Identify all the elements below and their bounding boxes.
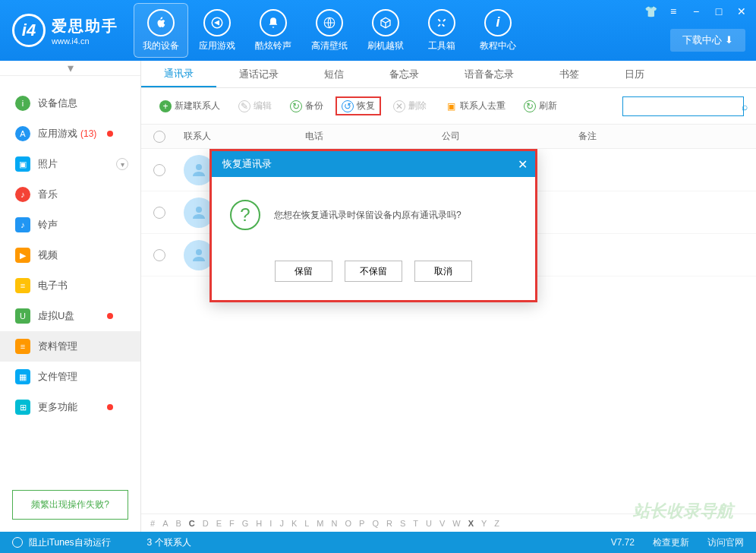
alpha-letter[interactable]: D bbox=[203, 519, 209, 528]
tab-sms[interactable]: 短信 bbox=[301, 61, 367, 87]
search-input[interactable] bbox=[628, 101, 742, 112]
tab-bookmarks[interactable]: 书签 bbox=[537, 61, 602, 87]
shirt-icon[interactable]: 👕 bbox=[644, 5, 657, 18]
photo-icon: ▣ bbox=[15, 156, 30, 172]
new-contact-button[interactable]: + 新建联系人 bbox=[153, 96, 226, 115]
column-phone[interactable]: 电话 bbox=[305, 130, 442, 143]
alpha-letter[interactable]: B bbox=[175, 519, 181, 528]
alpha-letter[interactable]: V bbox=[439, 519, 445, 528]
minimize-button[interactable]: − bbox=[689, 5, 703, 18]
refresh-button[interactable]: ↻ 刷新 bbox=[518, 96, 563, 115]
alpha-letter[interactable]: X bbox=[468, 519, 474, 528]
alpha-letter[interactable]: N bbox=[332, 519, 338, 528]
alpha-letter[interactable]: Z bbox=[494, 519, 499, 528]
maximize-button[interactable]: □ bbox=[712, 5, 726, 18]
dedup-button[interactable]: ▣ 联系人去重 bbox=[439, 96, 512, 115]
chevron-down-icon[interactable]: ▾ bbox=[116, 158, 128, 170]
sidebar-item-udisk[interactable]: U 虚拟U盘 bbox=[0, 301, 140, 331]
bell-icon bbox=[260, 9, 287, 36]
alpha-letter[interactable]: H bbox=[256, 519, 262, 528]
sidebar-item-videos[interactable]: ▶ 视频 bbox=[0, 240, 140, 270]
refresh-icon: ↻ bbox=[524, 100, 536, 112]
alpha-letter[interactable]: E bbox=[216, 519, 222, 528]
search-box[interactable]: ⌕ bbox=[622, 96, 744, 116]
nav-apps[interactable]: 应用游戏 bbox=[190, 3, 244, 58]
tab-contacts[interactable]: 通讯录 bbox=[141, 61, 216, 87]
alpha-letter[interactable]: T bbox=[413, 519, 418, 528]
nav-toolbox[interactable]: 工具箱 bbox=[414, 3, 469, 58]
nav-ringtones[interactable]: 酷炫铃声 bbox=[246, 3, 301, 58]
alphabet-index: #ABCDEFGHIJKLMNOPQRSTUVWXYZ bbox=[141, 514, 756, 532]
alpha-letter[interactable]: U bbox=[426, 519, 432, 528]
download-center-button[interactable]: 下载中心 ⬇ bbox=[670, 29, 745, 52]
nav-jailbreak[interactable]: 刷机越狱 bbox=[358, 3, 413, 58]
row-checkbox[interactable] bbox=[153, 164, 165, 176]
row-checkbox[interactable] bbox=[153, 249, 165, 261]
sidebar-item-device-info[interactable]: i 设备信息 bbox=[0, 88, 140, 118]
sidebar-item-photos[interactable]: ▣ 照片 ▾ bbox=[0, 149, 140, 179]
edit-button[interactable]: ✎ 编辑 bbox=[232, 96, 278, 115]
alpha-letter[interactable]: S bbox=[400, 519, 405, 528]
operation-fail-button[interactable]: 频繁出现操作失败? bbox=[12, 490, 128, 520]
dialog-close-button[interactable]: ✕ bbox=[518, 157, 528, 172]
sidebar-item-data-manage[interactable]: ≡ 资料管理 bbox=[0, 331, 140, 362]
sidebar-collapse-button[interactable]: ▾ bbox=[0, 61, 140, 76]
sidebar-item-label: 更多功能 bbox=[38, 400, 77, 414]
alpha-letter[interactable]: J bbox=[279, 519, 284, 528]
alpha-letter[interactable]: Y bbox=[481, 519, 487, 528]
sidebar-item-more[interactable]: ⊞ 更多功能 bbox=[0, 392, 140, 422]
tab-voice-notes[interactable]: 语音备忘录 bbox=[442, 61, 537, 87]
menu-icon[interactable]: ≡ bbox=[666, 5, 680, 18]
nav-my-device[interactable]: 我的设备 bbox=[134, 3, 188, 58]
tab-calendar[interactable]: 日历 bbox=[602, 61, 667, 87]
discard-button[interactable]: 不保留 bbox=[345, 261, 402, 282]
row-checkbox[interactable] bbox=[153, 207, 165, 219]
alpha-letter[interactable]: I bbox=[269, 519, 272, 528]
tab-calls[interactable]: 通话记录 bbox=[216, 61, 301, 87]
grid-icon: ⊞ bbox=[15, 400, 30, 415]
itunes-block-label[interactable]: 阻止iTunes自动运行 bbox=[29, 536, 111, 549]
tab-label: 短信 bbox=[324, 68, 344, 81]
alpha-letter[interactable]: L bbox=[304, 519, 309, 528]
search-icon[interactable]: ⌕ bbox=[742, 100, 748, 112]
select-all-checkbox[interactable] bbox=[153, 131, 165, 143]
official-site-link[interactable]: 访问官网 bbox=[707, 536, 744, 549]
column-contact[interactable]: 联系人 bbox=[184, 130, 305, 143]
backup-button[interactable]: ↻ 备份 bbox=[284, 96, 329, 115]
keep-button[interactable]: 保留 bbox=[275, 261, 332, 282]
sidebar-item-music[interactable]: ♪ 音乐 bbox=[0, 179, 140, 210]
alpha-letter[interactable]: P bbox=[359, 519, 364, 528]
column-note[interactable]: 备注 bbox=[578, 130, 744, 143]
sidebar-item-ringtones[interactable]: ♪ 铃声 bbox=[0, 210, 140, 240]
alpha-letter[interactable]: F bbox=[229, 519, 235, 528]
delete-button[interactable]: ✕ 删除 bbox=[387, 96, 433, 115]
sidebar-item-ebooks[interactable]: ≡ 电子书 bbox=[0, 270, 140, 301]
alpha-letter[interactable]: K bbox=[291, 519, 297, 528]
alpha-letter[interactable]: W bbox=[452, 519, 460, 528]
tab-notes[interactable]: 备忘录 bbox=[367, 61, 442, 87]
tool-label: 恢复 bbox=[357, 100, 375, 112]
restore-button[interactable]: ↺ 恢复 bbox=[335, 96, 381, 115]
close-button[interactable]: ✕ bbox=[735, 5, 748, 18]
sidebar-item-label: 铃声 bbox=[38, 218, 58, 232]
sidebar-item-apps[interactable]: A 应用游戏 (13) bbox=[0, 118, 140, 149]
status-bar: 阻止iTunes自动运行 3 个联系人 V7.72 检查更新 访问官网 bbox=[0, 532, 756, 553]
nav-wallpapers[interactable]: 高清壁纸 bbox=[302, 3, 357, 58]
alpha-letter[interactable]: R bbox=[386, 519, 392, 528]
select-all-column bbox=[153, 131, 184, 143]
check-update-link[interactable]: 检查更新 bbox=[653, 536, 689, 549]
status-toggle-icon[interactable] bbox=[12, 537, 23, 548]
alpha-letter[interactable]: C bbox=[189, 519, 195, 528]
column-company[interactable]: 公司 bbox=[442, 130, 578, 143]
sidebar-item-file-manage[interactable]: ▦ 文件管理 bbox=[0, 362, 140, 392]
nav-tutorials[interactable]: i 教程中心 bbox=[471, 3, 525, 58]
alpha-letter[interactable]: A bbox=[162, 519, 168, 528]
alpha-letter[interactable]: G bbox=[242, 519, 249, 528]
alpha-letter[interactable]: M bbox=[317, 519, 323, 528]
alpha-letter[interactable]: O bbox=[345, 519, 351, 528]
alpha-letter[interactable]: Q bbox=[372, 519, 379, 528]
cancel-button[interactable]: 取消 bbox=[414, 261, 472, 282]
alpha-letter[interactable]: # bbox=[150, 519, 155, 528]
backup-icon: ↻ bbox=[290, 100, 302, 112]
globe-icon bbox=[316, 9, 343, 36]
